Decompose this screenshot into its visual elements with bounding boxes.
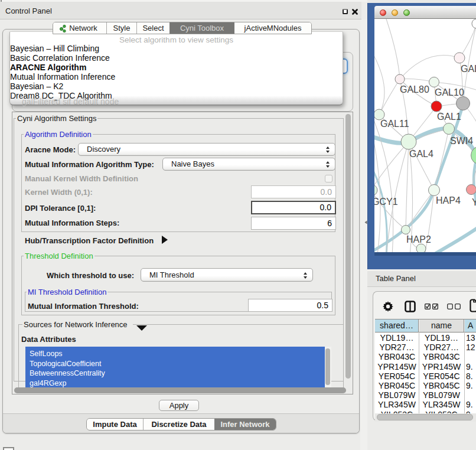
svg-text:GAL10: GAL10 xyxy=(435,87,464,97)
svg-text:GAL2: GAL2 xyxy=(461,64,476,74)
svg-text:GAL80: GAL80 xyxy=(400,84,429,94)
svg-text:HAP2: HAP2 xyxy=(406,234,431,244)
svg-text:GAL11: GAL11 xyxy=(380,119,409,129)
svg-text:GAL1: GAL1 xyxy=(437,112,461,122)
svg-text:Y: Y xyxy=(472,197,476,207)
svg-text:HAP4: HAP4 xyxy=(436,195,461,206)
svg-text:GAL4: GAL4 xyxy=(409,149,433,159)
svg-text:SWI4: SWI4 xyxy=(450,136,473,146)
svg-text:GCY1: GCY1 xyxy=(374,197,398,207)
